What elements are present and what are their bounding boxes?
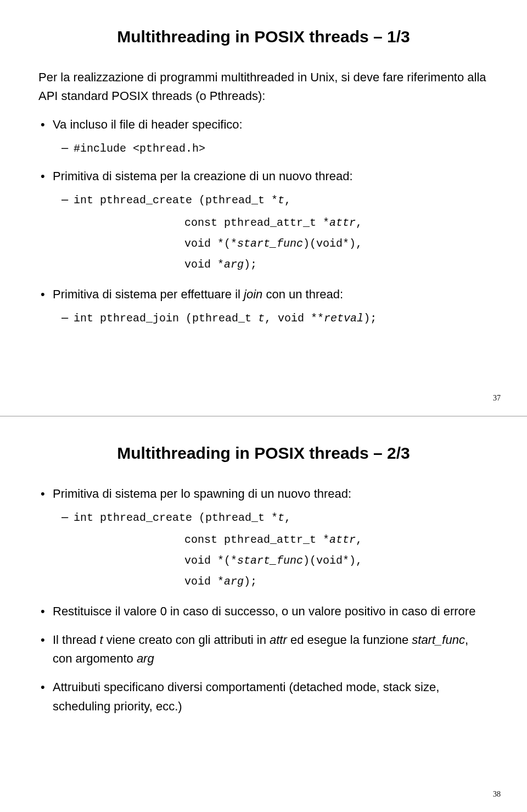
slide-title: Multithreading in POSIX threads – 2/3 <box>38 444 489 463</box>
bullet-text: Il thread t viene creato con gli attribu… <box>53 633 468 665</box>
code-block: const pthread_attr_t *attr, void *(*star… <box>184 213 489 275</box>
code-block: const pthread_attr_t *attr, void *(*star… <box>184 530 489 592</box>
bullet-return: Restituisce il valore 0 in caso di succe… <box>38 602 489 621</box>
slide-body: Per la realizzazione di programmi multit… <box>38 68 489 327</box>
bullet-spawning: Primitiva di sistema per lo spawning di … <box>38 485 489 592</box>
sub-item: int pthread_join (pthread_t t, void **re… <box>61 308 489 327</box>
bullet-text: Attruibuti specificano diversi comportam… <box>53 680 439 713</box>
sub-item: int pthread_create (pthread_t *t, <box>61 190 489 209</box>
page-number: 37 <box>493 394 501 403</box>
code-line: int pthread_create (pthread_t *t, <box>74 194 291 207</box>
bullet-text: Primitiva di sistema per lo spawning di … <box>53 487 351 500</box>
slide-1: Multithreading in POSIX threads – 1/3 Pe… <box>0 0 527 416</box>
bullet-text: Primitiva di sistema per la creazione di… <box>53 169 353 183</box>
slide-2: Multithreading in POSIX threads – 2/3 Pr… <box>0 416 527 812</box>
intro-paragraph: Per la realizzazione di programmi multit… <box>38 68 489 105</box>
bullet-include: Va incluso il file di header specifico: … <box>38 115 489 157</box>
bullet-join: Primitiva di sistema per effettuare il j… <box>38 285 489 327</box>
bullet-thread-attr: Il thread t viene creato con gli attribu… <box>38 631 489 668</box>
sub-item: #include <pthread.h> <box>61 138 489 157</box>
bullet-attributes: Attruibuti specificano diversi comportam… <box>38 678 489 715</box>
code-include: #include <pthread.h> <box>74 142 205 155</box>
page-number: 38 <box>493 790 501 799</box>
bullet-text: Restituisce il valore 0 in caso di succe… <box>53 604 475 618</box>
slide-body: Primitiva di sistema per lo spawning di … <box>38 485 489 716</box>
code-line: int pthread_join (pthread_t t, void **re… <box>74 312 377 325</box>
code-line: int pthread_create (pthread_t *t, <box>74 511 291 524</box>
bullet-text: Va incluso il file di header specifico: <box>53 118 243 131</box>
slide-title: Multithreading in POSIX threads – 1/3 <box>38 27 489 46</box>
sub-item: int pthread_create (pthread_t *t, <box>61 508 489 526</box>
bullet-create: Primitiva di sistema per la creazione di… <box>38 167 489 275</box>
bullet-text: Primitiva di sistema per effettuare il j… <box>53 287 343 301</box>
